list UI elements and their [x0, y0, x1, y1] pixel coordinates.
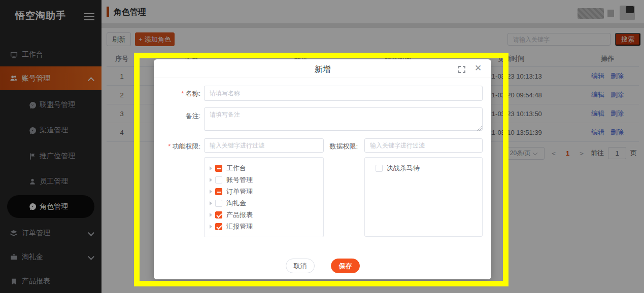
tree-item-label: 工作台	[226, 164, 246, 173]
close-icon[interactable]: ✕	[473, 64, 483, 73]
name-label: 名称:	[154, 89, 200, 98]
func-perm-filter-input[interactable]	[204, 138, 324, 153]
dialog-header: 新增 ✕	[154, 59, 491, 78]
tree-item[interactable]: 汇报管理	[208, 221, 320, 232]
checkbox-indeterminate[interactable]	[215, 165, 222, 172]
textarea-resize-grip[interactable]	[477, 126, 482, 131]
expand-caret-icon[interactable]	[210, 190, 212, 194]
checkbox-unchecked[interactable]	[376, 165, 383, 172]
checkbox-unchecked[interactable]	[215, 200, 222, 207]
name-input[interactable]	[204, 86, 483, 101]
tree-item-label: 汇报管理	[226, 222, 253, 231]
expand-caret-icon[interactable]	[210, 201, 212, 205]
add-role-dialog: 新增 ✕ 名称: 备注: 功能权限: 数据权限: 工作台账号管理订单管理淘礼金产…	[154, 59, 491, 279]
tree-item-label: 产品报表	[226, 210, 253, 219]
remark-label: 备注:	[154, 112, 200, 121]
app-window: 悟空淘助手 工作台账号管理联盟号管理渠道管理推广位管理员工管理角色管理订单管理淘…	[0, 0, 644, 293]
tree-item[interactable]: 淘礼金	[208, 197, 320, 209]
fullscreen-icon[interactable]	[458, 66, 465, 73]
tree-item[interactable]: 订单管理	[208, 186, 320, 197]
data-perm-tree: 决战杀马特	[364, 157, 483, 237]
expand-caret-icon[interactable]	[210, 178, 212, 182]
func-perm-tree: 工作台账号管理订单管理淘礼金产品报表汇报管理	[204, 157, 324, 237]
save-button[interactable]: 保存	[331, 259, 360, 273]
checkbox-checked[interactable]	[215, 211, 222, 218]
checkbox-checked[interactable]	[215, 223, 222, 230]
func-perm-label: 功能权限:	[154, 142, 200, 151]
data-perm-filter-input[interactable]	[364, 138, 483, 153]
tree-item-label: 订单管理	[226, 187, 253, 196]
cancel-button[interactable]: 取消	[286, 259, 315, 273]
expand-caret-icon[interactable]	[210, 166, 212, 170]
tree-item-label: 淘礼金	[226, 199, 246, 208]
checkbox-indeterminate[interactable]	[215, 188, 222, 195]
tree-item[interactable]: 决战杀马特	[368, 162, 479, 174]
tree-item[interactable]: 账号管理	[208, 174, 320, 186]
tree-item-label: 决战杀马特	[387, 164, 420, 173]
tree-item[interactable]: 工作台	[208, 162, 320, 174]
tree-item[interactable]: 产品报表	[208, 209, 320, 221]
dialog-title: 新增	[154, 64, 491, 75]
remark-textarea[interactable]	[204, 107, 483, 131]
tree-item-label: 账号管理	[226, 175, 253, 185]
data-perm-label: 数据权限:	[315, 142, 358, 151]
expand-caret-icon[interactable]	[210, 213, 212, 217]
expand-caret-icon[interactable]	[210, 225, 212, 229]
checkbox-unchecked[interactable]	[215, 176, 222, 184]
